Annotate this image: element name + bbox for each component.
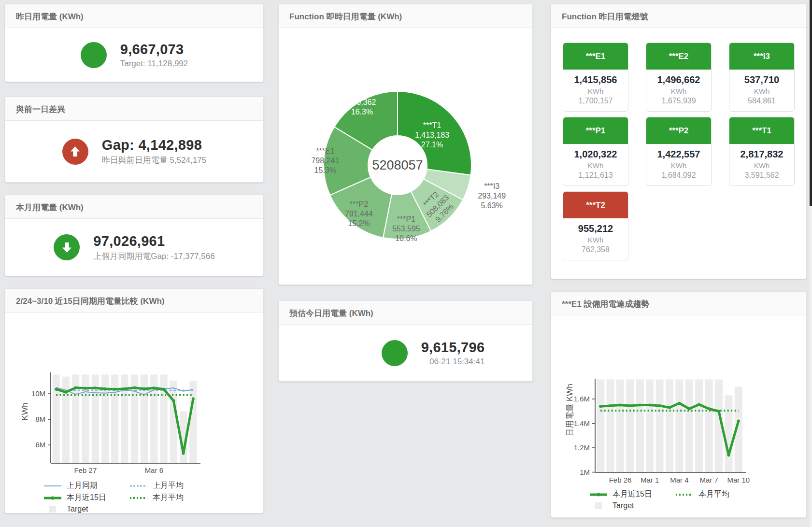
- arrow-down-icon: [54, 234, 80, 260]
- tile-target: 1,675,939: [646, 97, 711, 105]
- realtime-title: Function 即時日用電量 (KWh): [279, 4, 532, 28]
- tile-value: 537,710: [729, 74, 794, 85]
- tile-target: 1,700,157: [563, 97, 628, 105]
- scrollbar-track[interactable]: [810, 0, 812, 527]
- svg-text:5208057: 5208057: [372, 158, 423, 172]
- svg-text:Mar 10: Mar 10: [727, 476, 750, 484]
- tile-label: ***E1: [563, 43, 628, 70]
- legend-item[interactable]: Target: [589, 501, 675, 510]
- realtime-donut-chart: ***T11,413,18327.1%***I3293,1495.63%***T…: [279, 28, 532, 283]
- lights-tile-grid: ***E1 1,415,856 KWh 1,700,157 ***E2 1,49…: [551, 28, 806, 260]
- light-tile-t2: ***T2 955,212 KWh 762,358: [563, 191, 628, 260]
- legend-item[interactable]: 本月近15日: [589, 489, 675, 499]
- yesterday-stat: 9,667,073 Target: 11,128,992: [5, 28, 263, 82]
- tile-value: 2,817,832: [729, 149, 794, 160]
- estimate-stat: 9,615,796 06-21 15:34:41: [279, 325, 532, 381]
- tile-unit: KWh: [646, 161, 711, 170]
- tile-label: ***P2: [646, 117, 711, 144]
- legend-item[interactable]: 本月平均: [129, 493, 215, 503]
- trend-chart-legend: 本月近15日本月平均Target: [589, 489, 806, 510]
- card-e1-trend: ***E1 設備用電達成趨勢 1M1.2M1.4M1.6MFeb 26Mar 1…: [551, 291, 807, 518]
- middle-column: Function 即時日用電量 (KWh) ***T11,413,18327.1…: [278, 0, 533, 382]
- svg-text:1.6M: 1.6M: [574, 395, 590, 403]
- tile-target: 762,358: [563, 245, 628, 254]
- tile-value: 1,020,322: [563, 149, 628, 160]
- left-column: 昨日用電量 (KWh) 9,667,073 Target: 11,128,992…: [5, 0, 264, 513]
- svg-text:***I3293,1495.63%: ***I3293,1495.63%: [478, 182, 506, 210]
- svg-text:Mar 1: Mar 1: [641, 476, 659, 484]
- lights-title: Function 昨日用電燈號: [551, 4, 806, 28]
- status-circle-icon: [382, 340, 408, 366]
- tile-unit: KWh: [563, 87, 628, 95]
- svg-text:Mar 7: Mar 7: [699, 476, 718, 484]
- tile-unit: KWh: [563, 236, 628, 244]
- status-circle-icon: [81, 42, 107, 68]
- estimate-title: 預估今日用電量 (KWh): [279, 301, 532, 325]
- svg-text:Mar 6: Mar 6: [145, 466, 163, 474]
- light-tile-e1: ***E1 1,415,856 KWh 1,700,157: [563, 43, 628, 112]
- tile-unit: KWh: [646, 87, 711, 95]
- e1-trend-chart: 1M1.2M1.4M1.6MFeb 26Mar 1Mar 4Mar 7Mar 1…: [551, 315, 806, 485]
- svg-text:Mar 4: Mar 4: [670, 476, 688, 484]
- yesterday-target: Target: 11,128,992: [120, 59, 188, 69]
- scrollbar-thumb[interactable]: [810, 0, 812, 206]
- trend-title: ***E1 設備用電達成趨勢: [551, 292, 806, 315]
- svg-text:KWh: KWh: [20, 403, 29, 421]
- svg-text:1.2M: 1.2M: [574, 443, 590, 452]
- light-tile-e2: ***E2 1,496,662 KWh 1,675,939: [646, 43, 712, 112]
- light-tile-p1: ***P1 1,020,322 KWh 1,121,613: [563, 117, 628, 186]
- card-gap-prev-day: 與前一日差異 Gap: 4,142,898 昨日與前日用電量 5,524,175: [5, 97, 264, 183]
- card-month-title: 本月用電量 (KWh): [5, 195, 263, 219]
- legend-item[interactable]: Target: [43, 505, 129, 513]
- tile-target: 584,861: [729, 97, 794, 105]
- legend-item[interactable]: 本月近15日: [43, 493, 129, 503]
- compare-chart-legend: 上月同期上月平均本月近15日本月平均Target: [43, 481, 263, 513]
- light-tile-p2: ***P2 1,422,557 KWh 1,684,092: [646, 117, 712, 186]
- legend-item[interactable]: 上月同期: [43, 481, 129, 491]
- tile-target: 3,591,562: [729, 171, 794, 180]
- svg-text:Feb 27: Feb 27: [74, 466, 97, 474]
- card-estimate-today: 預估今日用電量 (KWh) 9,615,796 06-21 15:34:41: [278, 300, 533, 382]
- tile-label: ***E2: [646, 43, 711, 70]
- svg-text:1M: 1M: [580, 468, 590, 476]
- tile-label: ***T2: [563, 192, 628, 218]
- tile-value: 1,415,856: [563, 74, 628, 85]
- card-month-usage: 本月用電量 (KWh) 97,026,961 上個月同期用電Gap: -17,3…: [5, 195, 264, 276]
- tile-unit: KWh: [729, 161, 794, 170]
- gap-value: Gap: 4,142,898: [102, 137, 206, 153]
- tile-value: 1,496,662: [646, 74, 711, 85]
- card-compare-chart: 2/24~3/10 近15日同期用電量比較 (KWh) 6M8M10MFeb 2…: [5, 288, 264, 513]
- gap-stat: Gap: 4,142,898 昨日與前日用電量 5,524,175: [5, 121, 263, 182]
- arrow-up-icon: [62, 139, 88, 165]
- month-value: 97,026,961: [93, 233, 214, 249]
- tile-label: ***I3: [729, 43, 794, 70]
- compare-chart: 6M8M10MFeb 27Mar 6KWh: [5, 313, 263, 477]
- svg-text:***E2850,36216.3%: ***E2850,36216.3%: [348, 88, 376, 116]
- card-function-realtime: Function 即時日用電量 (KWh) ***T11,413,18327.1…: [278, 4, 533, 285]
- svg-text:1.4M: 1.4M: [574, 419, 590, 427]
- light-tile-t1: ***T1 2,817,832 KWh 3,591,562: [729, 117, 795, 186]
- light-tile-i3: ***I3 537,710 KWh 584,861: [729, 43, 795, 112]
- card-yesterday-usage: 昨日用電量 (KWh) 9,667,073 Target: 11,128,992: [5, 4, 264, 82]
- estimate-value: 9,615,796: [421, 340, 485, 356]
- card-function-lights: Function 昨日用電燈號 ***E1 1,415,856 KWh 1,70…: [551, 4, 807, 279]
- svg-text:Feb 26: Feb 26: [609, 476, 632, 484]
- compare-chart-title: 2/24~3/10 近15日同期用電量比較 (KWh): [5, 289, 263, 313]
- tile-unit: KWh: [563, 161, 628, 170]
- tile-target: 1,121,613: [563, 171, 628, 180]
- tile-label: ***T1: [729, 117, 794, 144]
- gap-subtitle: 昨日與前日用電量 5,524,175: [102, 155, 206, 166]
- svg-text:8M: 8M: [35, 415, 45, 423]
- tile-unit: KWh: [729, 87, 794, 95]
- tile-value: 1,422,557: [646, 149, 711, 160]
- yesterday-value: 9,667,073: [120, 42, 188, 57]
- card-yesterday-title: 昨日用電量 (KWh): [5, 4, 263, 28]
- legend-item[interactable]: 上月平均: [129, 481, 215, 491]
- card-gap-title: 與前一日差異: [5, 97, 263, 121]
- right-column: Function 昨日用電燈號 ***E1 1,415,856 KWh 1,70…: [551, 0, 807, 518]
- legend-item[interactable]: 本月平均: [675, 489, 761, 499]
- estimate-timestamp: 06-21 15:34:41: [421, 357, 485, 367]
- tile-value: 955,212: [563, 223, 628, 234]
- dashboard: 昨日用電量 (KWh) 9,667,073 Target: 11,128,992…: [0, 0, 812, 527]
- svg-text:10M: 10M: [31, 389, 45, 398]
